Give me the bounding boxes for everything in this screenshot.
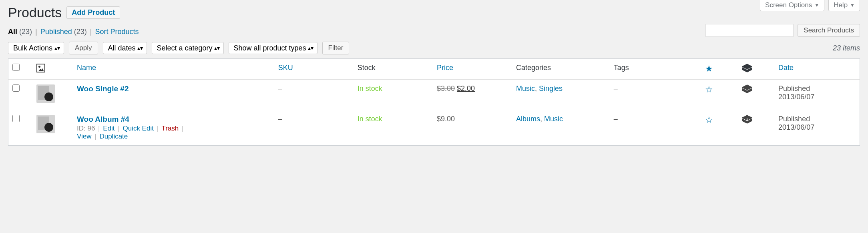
tags-value: – bbox=[610, 80, 701, 110]
filter-published[interactable]: Published bbox=[40, 28, 72, 36]
category-link[interactable]: Singles bbox=[539, 84, 563, 92]
category-link[interactable]: Music bbox=[516, 84, 535, 92]
quick-edit-link[interactable]: Quick Edit bbox=[123, 125, 153, 132]
sku-value: – bbox=[274, 80, 354, 110]
bulk-actions-select[interactable]: Bulk Actions bbox=[8, 42, 64, 54]
items-count: 23 items bbox=[833, 44, 860, 52]
table-row: Woo Single #2 – In stock $3.00 $2.00 Mus… bbox=[8, 80, 860, 110]
product-thumbnail[interactable] bbox=[36, 115, 55, 133]
featured-column-icon: ★ bbox=[705, 64, 713, 74]
filter-all[interactable]: All bbox=[8, 28, 17, 36]
product-name-link[interactable]: Woo Album #4 bbox=[77, 115, 129, 123]
product-type-download-icon bbox=[742, 115, 752, 124]
help-button[interactable]: Help ▼ bbox=[828, 0, 860, 11]
screen-options-button[interactable]: Screen Options ▼ bbox=[760, 0, 824, 11]
category-select[interactable]: Select a category bbox=[152, 42, 224, 54]
view-link[interactable]: View bbox=[77, 133, 92, 140]
category-link[interactable]: Music bbox=[544, 115, 563, 123]
filter-all-count: (23) bbox=[19, 28, 32, 36]
row-id: ID: 96 bbox=[77, 125, 95, 132]
column-name[interactable]: Name bbox=[73, 59, 274, 80]
filter-published-count: (23) bbox=[74, 28, 87, 36]
image-column-icon bbox=[36, 64, 45, 72]
help-label: Help bbox=[834, 1, 848, 9]
row-checkbox[interactable] bbox=[12, 115, 20, 122]
column-date[interactable]: Date bbox=[774, 59, 860, 80]
trash-link[interactable]: Trash bbox=[161, 125, 179, 132]
duplicate-link[interactable]: Duplicate bbox=[99, 133, 128, 140]
stock-status: In stock bbox=[358, 115, 382, 123]
sort-products-link[interactable]: Sort Products bbox=[95, 28, 139, 36]
date-status: Published bbox=[778, 115, 856, 123]
stock-status: In stock bbox=[358, 84, 382, 92]
old-price: $3.00 bbox=[437, 84, 455, 92]
product-thumbnail[interactable] bbox=[36, 84, 55, 103]
price-value: $9.00 bbox=[433, 110, 512, 146]
filter-button[interactable]: Filter bbox=[322, 42, 350, 54]
separator: | bbox=[35, 28, 37, 36]
row-checkbox[interactable] bbox=[12, 84, 20, 92]
date-value: 2013/06/07 bbox=[778, 93, 856, 101]
product-type-icon bbox=[742, 84, 752, 93]
column-price[interactable]: Price bbox=[433, 59, 512, 80]
caret-down-icon: ▼ bbox=[814, 2, 819, 8]
date-status: Published bbox=[778, 84, 856, 93]
select-all-checkbox[interactable] bbox=[12, 64, 20, 71]
featured-toggle[interactable]: ☆ bbox=[705, 115, 713, 125]
row-actions: ID: 96 | Edit | Quick Edit | Trash | Vie… bbox=[77, 124, 270, 141]
apply-button[interactable]: Apply bbox=[69, 42, 98, 54]
category-link[interactable]: Albums bbox=[516, 115, 540, 123]
tags-value: – bbox=[610, 110, 701, 146]
column-sku[interactable]: SKU bbox=[274, 59, 354, 80]
search-input[interactable] bbox=[705, 24, 794, 37]
product-type-select[interactable]: Show all product types bbox=[229, 42, 317, 54]
page-title: Products bbox=[8, 4, 62, 21]
product-name-link[interactable]: Woo Single #2 bbox=[77, 84, 129, 93]
featured-toggle[interactable]: ☆ bbox=[705, 84, 713, 94]
date-value: 2013/06/07 bbox=[778, 123, 856, 132]
column-categories: Categories bbox=[512, 59, 610, 80]
type-column-icon bbox=[742, 64, 752, 72]
add-product-button[interactable]: Add Product bbox=[66, 6, 120, 19]
sale-price: $2.00 bbox=[457, 84, 475, 92]
table-row: Woo Album #4 ID: 96 | Edit | Quick Edit … bbox=[8, 110, 860, 146]
edit-link[interactable]: Edit bbox=[103, 125, 115, 132]
separator: | bbox=[90, 28, 92, 36]
dates-select[interactable]: All dates bbox=[103, 42, 147, 54]
column-stock: Stock bbox=[354, 59, 433, 80]
screen-options-label: Screen Options bbox=[765, 1, 812, 9]
search-button[interactable]: Search Products bbox=[798, 24, 860, 37]
column-tags: Tags bbox=[610, 59, 701, 80]
products-table: Name SKU Stock Price Categories Tags ★ D… bbox=[8, 58, 860, 146]
sku-value: – bbox=[274, 110, 354, 146]
caret-down-icon: ▼ bbox=[850, 2, 855, 8]
